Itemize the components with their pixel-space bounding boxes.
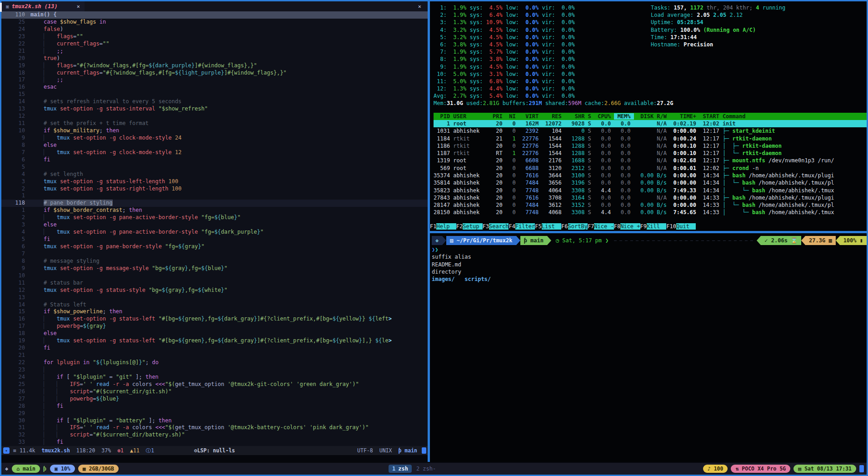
column-header[interactable]: PRI [489, 113, 506, 120]
token: true [44, 55, 57, 61]
fkey-f6[interactable]: F6SortBy [561, 223, 588, 230]
cell-user: root [453, 157, 489, 164]
token: } [362, 316, 369, 322]
fkey-f2[interactable]: F2Setup [456, 223, 483, 230]
process-row[interactable]: 35814 abhishek 20 0 7484 3656 3196 S 0.0… [434, 179, 867, 186]
code-line: 4 # set length [1, 171, 428, 178]
column-header[interactable]: S [588, 113, 594, 120]
cell-s: S [588, 157, 594, 164]
token [30, 323, 44, 329]
process-row[interactable]: 1184 rtkit 21 1 22776 1544 1288 S 0.0 0.… [434, 135, 867, 142]
cell-pri: 20 [489, 157, 506, 164]
column-header[interactable]: USER [453, 113, 489, 120]
fkey-f4[interactable]: F4Filter [509, 223, 535, 230]
code-line: 11 # set the prefix + t time format [1, 120, 428, 127]
cell-disk: 0.00 B/s [634, 180, 670, 186]
token [93, 424, 96, 431]
column-header[interactable]: VIRT [519, 113, 542, 120]
column-header[interactable]: SHR [565, 113, 588, 120]
cell-virt: 162M [519, 120, 542, 127]
token [30, 308, 44, 315]
token [172, 135, 175, 141]
process-row[interactable]: 35823 abhishek 20 0 7748 4064 3308 S 4.4… [434, 187, 867, 194]
token [30, 316, 44, 322]
fkey-f8[interactable]: F8Nice + [614, 223, 640, 230]
system-monitor-pane[interactable]: 1: 1.9% sys: 4.5% low: 0.0% vir: 0.0% 2:… [430, 1, 867, 231]
token [30, 171, 44, 177]
tab-close-icon[interactable]: ✕ [77, 3, 80, 10]
fkey-f7[interactable]: F7Nice - [588, 223, 614, 230]
cell-cpu: 0.0 [594, 150, 614, 156]
line-number: 23 [1, 366, 30, 374]
cell-pri: 20 [489, 202, 506, 208]
process-row[interactable]: 28147 abhishek 20 0 7484 3612 3152 S 0.0… [434, 201, 867, 209]
column-header[interactable]: PID [434, 113, 453, 120]
editor-pane[interactable]: ▣ tmux2k.sh (13) ✕ ✕ 110main() {25 case … [1, 1, 428, 455]
token: used: [463, 100, 483, 106]
shell-terminal-pane[interactable]: ❖ ▤ ~/Pr/Gi/Pr/tmux2k ƥ main ◷ Sat, 5:17… [430, 233, 867, 462]
process-row[interactable]: 1031 abhishek 20 0 2392 104 0 S 0.0 0.0 … [434, 127, 867, 135]
tab-tmux2k[interactable]: ▣ tmux2k.sh (13) ✕ [1, 1, 85, 11]
tmux-status-bar: ❖ ⌂ main ƥ ▣ 10% ▦ 2GB/30GB 1zsh2 zsh- ♪… [1, 463, 867, 475]
process-row[interactable]: 1319 root 20 0 6608 2176 1688 S 0.0 0.0 … [434, 157, 867, 164]
cell-ni: 0 [506, 209, 519, 215]
token [30, 185, 44, 192]
token: le [382, 337, 388, 344]
terminal-line: directory [432, 268, 867, 276]
prompt-input-line[interactable]: ❯❯ [432, 246, 867, 253]
process-row[interactable]: 27843 abhishek 20 0 7616 3708 3164 S 0.0… [434, 194, 867, 201]
cell-time: 0:02.68 [670, 157, 699, 164]
column-header[interactable]: TIME+ [670, 113, 699, 120]
column-header[interactable]: RES [542, 113, 565, 120]
fkey-f10[interactable]: F10Quit [666, 223, 696, 230]
process-row[interactable]: 35374 abhishek 20 0 7616 3644 3100 S 0.0… [434, 172, 867, 179]
code-line: 12 tmux set-option -g status-style "bg=$… [1, 287, 428, 294]
fkey-f1[interactable]: F1Help [430, 223, 456, 230]
column-header[interactable]: DISK R/W [634, 113, 670, 120]
token [30, 127, 44, 134]
process-row[interactable]: 569 root 20 0 6688 3120 2312 S 0.0 0.0 N… [434, 165, 867, 172]
code-area[interactable]: 110main() {25 case $show_flags in24 fals… [1, 11, 428, 446]
fkey-f9[interactable]: F9Kill [640, 223, 667, 230]
fkey-f5[interactable]: F5List [535, 223, 561, 230]
window-item-active[interactable]: 1zsh [389, 465, 412, 473]
cell-pri: 20 [489, 180, 506, 186]
code-line: 15 if $show_powerline; then [1, 308, 428, 316]
token: ,fg= [188, 265, 201, 271]
column-header[interactable]: MEM% [614, 113, 634, 120]
code-line: 8 # message styling [1, 258, 428, 265]
token: 0.0% [519, 78, 539, 85]
process-row[interactable]: 1187 rtkit RT 1 22776 1544 1288 S 0.0 0.… [434, 150, 867, 157]
process-row[interactable]: 28150 abhishek 20 0 7748 4068 3308 S 4.4… [434, 209, 867, 216]
bar-end-block [859, 465, 864, 472]
fkey-action: SortBy [568, 223, 588, 230]
token [30, 135, 44, 141]
token: vir: [539, 12, 555, 18]
process-row[interactable]: 1 root 20 0 162M 12072 9028 S 0.0 0.0 N/… [434, 120, 867, 127]
token: /home/abhishek/.tmux/plugi [745, 195, 834, 201]
column-header[interactable]: Command [723, 113, 746, 120]
column-header[interactable]: CPU% [594, 113, 614, 120]
code-line: 24 false) [1, 26, 428, 33]
token: tmux [57, 316, 70, 322]
column-header[interactable]: START [699, 113, 723, 120]
token: # status bar [44, 280, 83, 286]
token [60, 424, 70, 431]
token: then [159, 417, 172, 424]
line-number: 10 [1, 127, 30, 135]
line-number: 24 [1, 374, 30, 381]
cell-s: S [588, 120, 594, 127]
process-row[interactable]: 1186 rtkit 20 0 22776 1544 1288 S 0.0 0.… [434, 142, 867, 150]
token [47, 149, 57, 155]
token: 1.9% [447, 64, 466, 70]
token: fi [44, 236, 50, 242]
window-item[interactable]: 2 zsh- [416, 466, 436, 472]
column-header[interactable]: NI [506, 113, 519, 120]
fkey-f3[interactable]: F3Search [483, 223, 509, 230]
token [60, 381, 70, 387]
cell-user: abhishek [453, 187, 489, 194]
tabline-close-icon[interactable]: ✕ [418, 3, 421, 10]
token [455, 276, 465, 282]
token: 0.0% [519, 49, 539, 55]
token: ▏ [57, 396, 60, 402]
